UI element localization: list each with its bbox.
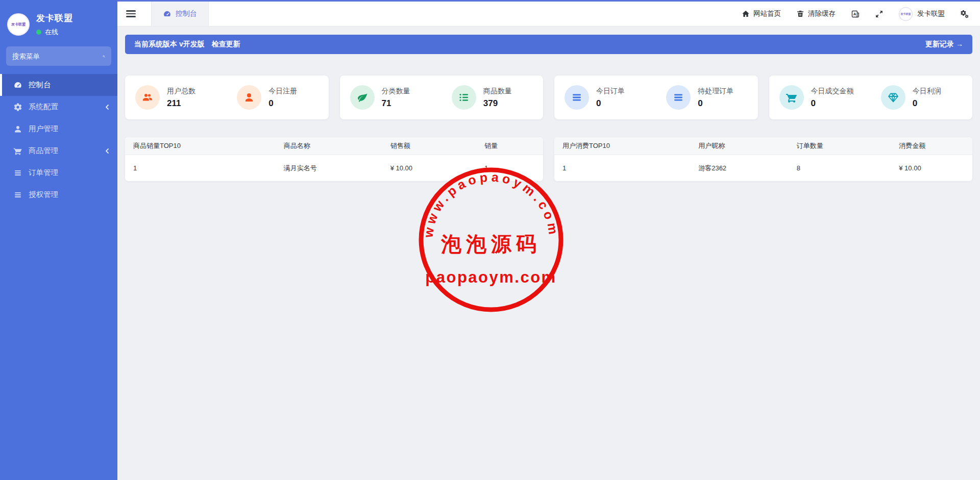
avatar: 发卡联盟: [899, 7, 913, 21]
stat-product-count: 商品数量 379: [442, 85, 543, 110]
table-row: 1 满月实名号 ¥ 10.00 1: [125, 155, 543, 181]
stat-label: 用户总数: [167, 87, 195, 96]
expand-icon: [875, 10, 884, 18]
translate-icon: A: [851, 10, 860, 18]
fullscreen-button[interactable]: [875, 10, 884, 18]
stat-label: 待处理订单: [698, 87, 733, 96]
table-header: 用户消费TOP10 用户昵称 订单数量 消费金额: [554, 137, 972, 155]
site-home-label: 网站首页: [753, 9, 781, 18]
stat-card-catalog: 分类数量 71 商品数量 379: [340, 75, 544, 119]
table-header: 商品销量TOP10 商品名称 销售额 销量: [125, 137, 543, 155]
user-icon: [13, 124, 22, 134]
settings-button[interactable]: [960, 10, 969, 18]
account-menu[interactable]: 发卡联盟 发卡联盟: [899, 7, 945, 21]
sidebar-item-user-management[interactable]: 用户管理: [0, 118, 117, 140]
stat-label: 分类数量: [382, 87, 410, 96]
sidebar-item-order-management[interactable]: 订单管理: [0, 162, 117, 184]
stat-value: 379: [483, 98, 512, 109]
stat-category-count: 分类数量 71: [340, 85, 442, 110]
tab-dashboard[interactable]: 控制台: [151, 2, 209, 26]
cell-sales-amount: ¥ 10.00: [382, 164, 476, 172]
stat-value: 0: [811, 98, 854, 109]
gauge-icon: [163, 10, 172, 18]
column-header: 用户消费TOP10: [554, 141, 690, 150]
column-header: 商品名称: [276, 141, 382, 150]
tab-label: 控制台: [176, 9, 197, 18]
stat-pending-orders: 待处理订单 0: [656, 85, 757, 110]
stat-total-users: 用户总数 211: [125, 85, 227, 110]
cell-user-nickname: 游客2362: [690, 164, 788, 173]
sidebar-item-label: 用户管理: [29, 124, 58, 134]
site-home-link[interactable]: 网站首页: [742, 9, 781, 18]
stat-today-registered: 今日注册 0: [227, 85, 328, 110]
sidebar-search: [6, 46, 111, 66]
column-header: 消费金额: [891, 141, 972, 150]
main-content: 当前系统版本 v开发版 检查更新 更新记录 → 用户总数 211 今日注: [117, 27, 980, 480]
product-sales-top10-table: 商品销量TOP10 商品名称 销售额 销量 1 满月实名号 ¥ 10.00 1: [125, 137, 543, 181]
language-switch-button[interactable]: A: [851, 10, 860, 18]
cell-rank: 1: [125, 164, 276, 172]
sidebar-menu: 控制台 系统配置 用户管理 商品管理: [0, 74, 117, 206]
stat-today-orders: 今日订单 0: [554, 85, 656, 110]
stat-card-users: 用户总数 211 今日注册 0: [125, 75, 329, 119]
avatar-text: 发卡联盟: [901, 12, 911, 15]
menu-search-input[interactable]: [12, 53, 103, 60]
topbar: 控制台 网站首页 清除缓存 A: [117, 2, 980, 27]
bars-icon: [565, 85, 589, 110]
sidebar-item-dashboard[interactable]: 控制台: [0, 74, 117, 96]
sidebar-item-authorization-management[interactable]: 授权管理: [0, 184, 117, 206]
sidebar: 发卡联盟 发卡联盟 在线 控制台: [0, 0, 117, 480]
stat-value: 211: [167, 98, 195, 109]
sidebar-item-system-config[interactable]: 系统配置: [0, 96, 117, 118]
update-history-link[interactable]: 更新记录 →: [925, 40, 963, 49]
user-consumption-top10-table: 用户消费TOP10 用户昵称 订单数量 消费金额 1 游客2362 8 ¥ 10…: [554, 137, 972, 181]
stat-label: 今日成交金额: [811, 87, 854, 96]
sidebar-item-label: 订单管理: [29, 168, 58, 178]
list-icon: [13, 168, 22, 178]
stat-label: 今日订单: [596, 87, 625, 96]
version-text: 当前系统版本 v开发版: [134, 40, 205, 49]
stat-value: 0: [268, 98, 297, 109]
stat-card-orders: 今日订单 0 待处理订单 0: [554, 75, 758, 119]
stat-value: 0: [913, 98, 941, 109]
gear-icon: [13, 103, 22, 112]
trash-icon: [796, 10, 804, 18]
brand-title: 发卡联盟: [36, 12, 73, 24]
stat-value: 0: [698, 98, 733, 109]
cell-product-name: 满月实名号: [276, 164, 382, 173]
home-icon: [742, 10, 750, 18]
search-icon: [103, 53, 105, 60]
column-header: 用户昵称: [690, 141, 788, 150]
hamburger-icon: [126, 9, 136, 19]
list-icon: [452, 85, 476, 110]
stat-today-revenue: 今日成交金额 0: [769, 85, 871, 110]
cell-order-count: 8: [789, 164, 891, 172]
online-status-dot: [36, 30, 41, 35]
version-banner: 当前系统版本 v开发版 检查更新 更新记录 →: [125, 35, 972, 54]
cell-consumption-amount: ¥ 10.00: [891, 164, 972, 172]
stat-card-revenue: 今日成交金额 0 今日利润 0: [769, 75, 973, 119]
sidebar-item-label: 系统配置: [29, 102, 58, 112]
sidebar-item-product-management[interactable]: 商品管理: [0, 140, 117, 162]
check-update-link[interactable]: 检查更新: [212, 40, 240, 49]
column-header: 商品销量TOP10: [125, 141, 276, 150]
tables-row: 商品销量TOP10 商品名称 销售额 销量 1 满月实名号 ¥ 10.00 1 …: [125, 137, 972, 181]
leaf-icon: [350, 85, 375, 110]
users-icon: [135, 85, 160, 110]
brand-logo: 发卡联盟: [7, 13, 30, 36]
stat-cards-row: 用户总数 211 今日注册 0 分类数量: [125, 75, 972, 119]
brand-logo-text: 发卡联盟: [11, 22, 26, 27]
clear-cache-button[interactable]: 清除缓存: [796, 9, 836, 18]
chevron-left-icon: [104, 148, 110, 154]
stat-label: 商品数量: [483, 87, 512, 96]
cart-icon: [13, 146, 22, 156]
sidebar-item-label: 授权管理: [29, 190, 58, 199]
sidebar-toggle-button[interactable]: [117, 2, 144, 26]
stat-label: 今日注册: [268, 87, 297, 96]
cell-sales-count: 1: [476, 164, 543, 172]
table-row: 1 游客2362 8 ¥ 10.00: [554, 155, 972, 181]
stat-label: 今日利润: [913, 87, 941, 96]
cogs-icon: [960, 10, 969, 18]
chevron-left-icon: [104, 104, 110, 110]
stat-value: 0: [596, 98, 625, 109]
